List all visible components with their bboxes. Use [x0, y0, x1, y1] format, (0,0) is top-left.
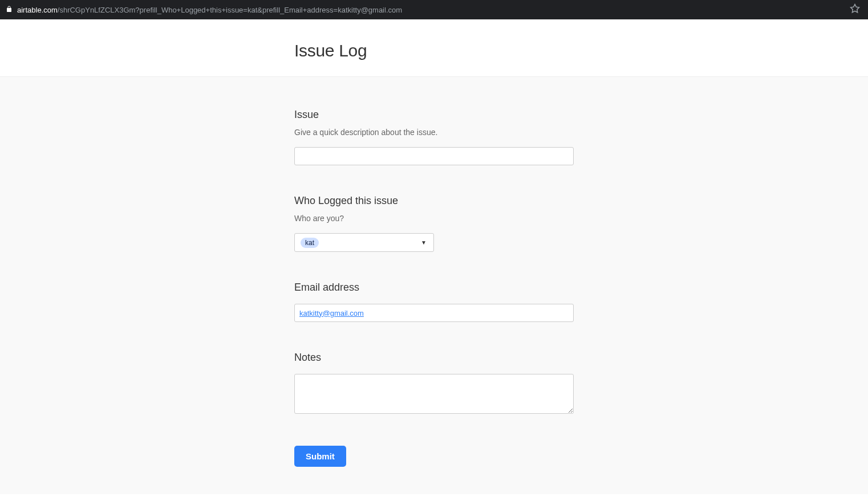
notes-field-group: Notes: [294, 352, 574, 416]
email-label: Email address: [294, 282, 574, 294]
issue-description: Give a quick description about the issue…: [294, 128, 574, 137]
url-path: /shrCGpYnLfZCLX3Gm?prefill_Who+Logged+th…: [58, 6, 402, 14]
issue-field-group: Issue Give a quick description about the…: [294, 109, 574, 165]
who-logged-select[interactable]: kat ▼: [294, 233, 434, 252]
submit-button[interactable]: Submit: [294, 446, 346, 467]
who-logged-field-group: Who Logged this issue Who are you? kat ▼: [294, 195, 574, 252]
who-logged-description: Who are you?: [294, 214, 574, 223]
lock-icon: [6, 6, 13, 14]
form-header-section: Issue Log: [0, 19, 868, 77]
issue-label: Issue: [294, 109, 574, 121]
email-value-link[interactable]: katkitty@gmail.com: [299, 309, 364, 317]
url-domain: airtable.com: [17, 6, 58, 14]
chevron-down-icon: ▼: [421, 239, 427, 246]
svg-marker-0: [851, 5, 859, 13]
who-logged-label: Who Logged this issue: [294, 195, 574, 207]
who-logged-selected-tag: kat: [301, 238, 319, 248]
issue-input[interactable]: [294, 147, 574, 165]
bookmark-star-icon[interactable]: [850, 3, 860, 16]
notes-label: Notes: [294, 352, 574, 364]
browser-address-bar: airtable.com/shrCGpYnLfZCLX3Gm?prefill_W…: [0, 0, 868, 19]
email-input[interactable]: katkitty@gmail.com: [294, 304, 574, 322]
email-field-group: Email address katkitty@gmail.com: [294, 282, 574, 322]
form-body: Issue Give a quick description about the…: [0, 77, 868, 494]
url-display[interactable]: airtable.com/shrCGpYnLfZCLX3Gm?prefill_W…: [17, 6, 402, 14]
form-title: Issue Log: [294, 41, 574, 60]
notes-input[interactable]: [294, 374, 574, 414]
